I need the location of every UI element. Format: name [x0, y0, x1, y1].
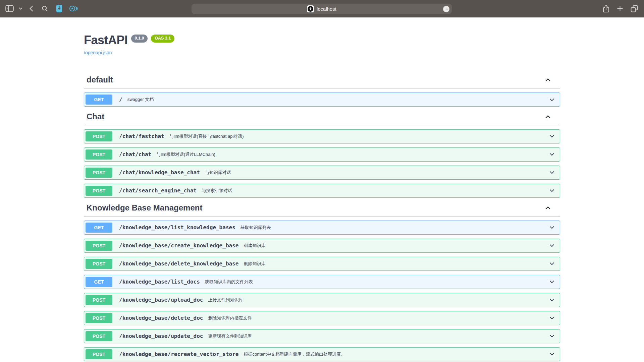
tab-overview-icon[interactable] — [631, 5, 638, 12]
endpoint-description: 与llm模型对话(直接与fastchat api对话) — [169, 133, 244, 139]
endpoint-path: /knowledge_base/delete_doc — [119, 315, 203, 321]
section-title: default — [87, 75, 113, 85]
chevron-down-icon — [549, 333, 555, 339]
endpoint-description: swagger 文档 — [127, 97, 154, 103]
method-badge: POST — [86, 331, 112, 341]
endpoint-row[interactable]: POST /knowledge_base/recreate_vector_sto… — [84, 347, 560, 361]
endpoint-row[interactable]: GET / swagger 文档 — [84, 93, 560, 107]
method-badge: POST — [86, 241, 112, 251]
share-icon[interactable] — [603, 5, 609, 13]
endpoint-row[interactable]: POST /knowledge_base/delete_doc 删除知识库内指定… — [84, 311, 560, 325]
endpoint-path: /chat/fastchat — [119, 133, 164, 139]
endpoint-path: / — [119, 97, 122, 103]
url-bar[interactable]: localhost — [192, 4, 452, 14]
endpoint-row[interactable]: GET /knowledge_base/list_knowledge_bases… — [84, 221, 560, 235]
browser-toolbar: localhost — [0, 0, 644, 17]
method-badge: POST — [86, 349, 112, 359]
chevron-up-icon — [544, 204, 551, 212]
chevron-down-icon — [549, 315, 555, 321]
fastapi-favicon-icon — [307, 5, 314, 12]
section-title: Chat — [87, 112, 104, 122]
section-header: Knowledge Base Management — [84, 203, 560, 217]
method-badge: POST — [86, 149, 112, 160]
endpoint-row[interactable]: GET /knowledge_base/list_docs 获取知识库内的文件列… — [84, 275, 560, 289]
endpoint-description: 更新现有文件到知识库 — [208, 333, 252, 339]
endpoint-description: 上传文件到知识库 — [208, 297, 243, 303]
endpoint-path: /knowledge_base/upload_doc — [119, 297, 203, 303]
chevron-down-icon — [549, 297, 555, 303]
api-tag-section: Chat POST /chat/fastchat 与llm模型对话(直接与fas… — [84, 112, 560, 198]
endpoint-path: /knowledge_base/list_knowledge_bases — [119, 224, 235, 231]
chevron-up-icon — [544, 113, 551, 120]
url-text: localhost — [317, 6, 336, 12]
endpoint-description: 与llm模型对话(通过LLMChain) — [156, 152, 215, 158]
download-extension-icon[interactable] — [56, 4, 63, 13]
chevron-down-icon[interactable] — [19, 7, 22, 10]
endpoint-row[interactable]: POST /chat/chat 与llm模型对话(通过LLMChain) — [84, 147, 560, 162]
endpoint-row[interactable]: POST /knowledge_base/upload_doc 上传文件到知识库 — [84, 293, 560, 307]
endpoint-path: /knowledge_base/delete_knowledge_base — [119, 260, 238, 267]
chevron-down-icon — [549, 351, 555, 357]
swagger-page: FastAPI 0.1.0 OAS 3.1 /openapi.json defa… — [0, 17, 644, 362]
method-badge: POST — [86, 131, 112, 141]
endpoint-path: /chat/search_engine_chat — [119, 187, 197, 194]
method-badge: GET — [86, 223, 112, 233]
method-badge: POST — [86, 186, 112, 196]
live-record-extension-icon[interactable] — [69, 5, 78, 12]
oas-badge: OAS 3.1 — [151, 35, 174, 43]
api-tag-section: default GET / swagger 文档 — [84, 75, 560, 107]
api-tag-section: Knowledge Base Management GET /knowledge… — [84, 203, 560, 361]
method-badge: POST — [86, 295, 112, 305]
section-collapse-button[interactable] — [544, 113, 552, 121]
section-header: default — [84, 75, 560, 88]
chevron-down-icon — [549, 133, 555, 139]
chevron-down-icon — [549, 224, 555, 231]
endpoint-description: 与知识库对话 — [205, 170, 231, 176]
endpoint-row[interactable]: POST /knowledge_base/delete_knowledge_ba… — [84, 257, 560, 271]
chevron-down-icon — [549, 279, 555, 285]
chevron-down-icon — [549, 151, 555, 158]
back-button[interactable] — [30, 5, 33, 12]
method-badge: POST — [86, 313, 112, 323]
endpoint-row[interactable]: POST /chat/search_engine_chat 与搜索引擎对话 — [84, 184, 560, 198]
chevron-up-icon — [544, 76, 551, 83]
api-info: FastAPI 0.1.0 OAS 3.1 /openapi.json — [84, 33, 560, 56]
endpoint-path: /knowledge_base/recreate_vector_store — [119, 351, 238, 357]
version-badge: 0.1.0 — [131, 35, 148, 43]
chevron-down-icon — [549, 242, 555, 249]
openapi-json-link[interactable]: /openapi.json — [84, 50, 112, 55]
endpoint-path: /knowledge_base/create_knowledge_base — [119, 242, 238, 249]
chevron-down-icon — [549, 97, 555, 103]
section-header: Chat — [84, 112, 560, 125]
endpoint-path: /chat/chat — [119, 151, 151, 158]
page-settings-button[interactable] — [443, 6, 449, 12]
endpoint-description: 删除知识库 — [244, 261, 265, 267]
endpoint-row[interactable]: POST /knowledge_base/update_doc 更新现有文件到知… — [84, 329, 560, 343]
endpoint-path: /knowledge_base/update_doc — [119, 333, 203, 339]
new-tab-icon[interactable] — [617, 5, 623, 12]
method-badge: GET — [86, 95, 112, 105]
section-collapse-button[interactable] — [544, 204, 552, 212]
search-icon[interactable] — [42, 6, 48, 12]
sidebar-toggle-button[interactable] — [5, 5, 14, 12]
method-badge: POST — [86, 259, 112, 269]
chevron-down-icon — [549, 260, 555, 267]
chevron-down-icon — [549, 187, 555, 194]
method-badge: GET — [86, 277, 112, 287]
endpoint-description: 与搜索引擎对话 — [202, 188, 232, 194]
endpoint-description: 删除知识库内指定文件 — [208, 315, 252, 321]
endpoint-description: 获取知识库列表 — [240, 225, 271, 231]
endpoint-description: 根据content中文档重建向量库，流式输出处理进度。 — [244, 351, 345, 357]
method-badge: POST — [86, 168, 112, 178]
endpoint-path: /chat/knowledge_base_chat — [119, 169, 200, 176]
endpoint-row[interactable]: POST /chat/fastchat 与llm模型对话(直接与fastchat… — [84, 129, 560, 143]
section-collapse-button[interactable] — [544, 76, 552, 84]
endpoint-row[interactable]: POST /chat/knowledge_base_chat 与知识库对话 — [84, 166, 560, 180]
chevron-down-icon — [549, 169, 555, 176]
page-title: FastAPI — [84, 33, 128, 47]
endpoint-description: 获取知识库内的文件列表 — [205, 279, 253, 285]
section-title: Knowledge Base Management — [87, 203, 202, 213]
endpoint-row[interactable]: POST /knowledge_base/create_knowledge_ba… — [84, 239, 560, 253]
endpoint-path: /knowledge_base/list_docs — [119, 279, 200, 285]
endpoint-description: 创建知识库 — [244, 243, 265, 249]
